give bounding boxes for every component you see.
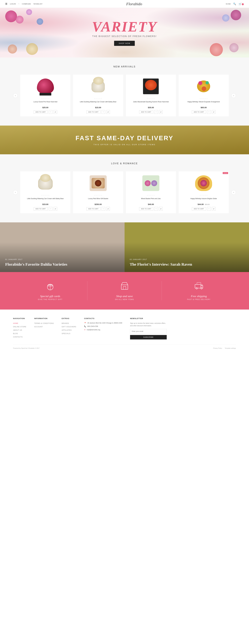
info-link-terms[interactable]: TERMS & CONDITIONS bbox=[34, 322, 54, 324]
footer-newsletter-title: Newsletter bbox=[130, 318, 167, 320]
hamburger-icon[interactable]: ☰ bbox=[5, 2, 7, 5]
wishlist-button[interactable]: ♡ bbox=[102, 207, 105, 210]
wishlist-button[interactable]: ♡ bbox=[154, 207, 158, 210]
newsletter-email-input[interactable] bbox=[130, 329, 167, 334]
extras-link-brands[interactable]: BRANDS bbox=[62, 322, 69, 324]
nav-link-online-store[interactable]: ONLINE STORE bbox=[13, 326, 26, 328]
cart-icon[interactable]: 🛒1 bbox=[239, 2, 244, 5]
product-price: $15.00 bbox=[75, 106, 121, 108]
add-to-cart-button[interactable]: ADD TO CART bbox=[139, 207, 153, 210]
product-name: Happy Birthday Vibrant Exquisite Arrange… bbox=[181, 101, 227, 105]
feature-subtitle: ON ALL NEW ITEMS bbox=[90, 298, 159, 300]
nav-link-contacts[interactable]: CONTACTS bbox=[13, 336, 23, 338]
carousel-next-arrow[interactable]: › bbox=[231, 93, 236, 98]
product-name: Mixed Basket Pink and Lilac bbox=[128, 198, 174, 202]
flower-deco-br1 bbox=[210, 43, 223, 56]
product-card: ☆☆☆☆☆ Luxury Grand Prix Rose Hand tied $… bbox=[20, 74, 70, 116]
blog-date: 02 JANUARY 2017 bbox=[130, 258, 192, 260]
nav-item-about: ABOUT US bbox=[13, 329, 26, 331]
template-settings-link[interactable]: Template settings bbox=[225, 348, 236, 349]
wishlist-button[interactable]: ♡ bbox=[49, 110, 53, 114]
add-to-cart-button[interactable]: ADD TO CART bbox=[86, 110, 101, 114]
compare-button[interactable]: ⇄ bbox=[212, 110, 215, 114]
product-name: Happy Birthday Autumn Brights Globe bbox=[181, 198, 227, 202]
compare-button[interactable]: ⇄ bbox=[54, 110, 57, 114]
compare-button[interactable]: ⇄ bbox=[212, 207, 215, 210]
wishlist-button[interactable]: ♡ bbox=[154, 110, 158, 114]
flower-deco-bl1 bbox=[8, 44, 17, 54]
compare-button[interactable]: ⇄ bbox=[106, 110, 110, 114]
blog-card-left[interactable]: 01 JANUARY 2017 Florabido's Favorite Dah… bbox=[0, 222, 125, 272]
wishlist-button[interactable]: ♡ bbox=[207, 110, 211, 114]
blog-card-right[interactable]: 02 JANUARY 2017 The Florist's Interview:… bbox=[125, 222, 249, 272]
nav-link-blog[interactable]: BLOG bbox=[13, 333, 18, 334]
subscribe-button[interactable]: SUBSCRIBE bbox=[130, 335, 167, 340]
compare-button[interactable]: ⇄ bbox=[159, 110, 163, 114]
product-stars: ☆☆☆☆☆ bbox=[128, 194, 174, 196]
product-stars: ☆☆☆☆☆ bbox=[181, 98, 227, 100]
flower-deco-tl1 bbox=[5, 10, 17, 22]
product-name: Little Duckling Watering Can Cream with … bbox=[75, 101, 121, 105]
nav-link-about[interactable]: ABOUT US bbox=[13, 329, 22, 331]
search-icon[interactable]: 🔍 bbox=[233, 2, 236, 5]
site-logo[interactable]: Florabido bbox=[43, 2, 226, 6]
svg-rect-6 bbox=[195, 284, 201, 288]
feature-subtitle: GIVE THE PERFECT GIFT bbox=[16, 298, 85, 300]
blog-content-left: 01 JANUARY 2017 Florabido's Favorite Dah… bbox=[5, 258, 67, 267]
compare-link[interactable]: COMPARE bbox=[22, 3, 31, 5]
footer-newsletter: Newsletter Sign up to receive the latest… bbox=[130, 318, 167, 340]
feature-gift-cards: Special gift cards GIVE THE PERFECT GIFT bbox=[13, 278, 87, 303]
product-image bbox=[88, 77, 109, 96]
privacy-policy-link[interactable]: Privacy Policy bbox=[213, 348, 222, 349]
flower-deco-br2 bbox=[229, 43, 238, 52]
product-stars: ☆☆☆☆☆ bbox=[181, 194, 227, 196]
add-to-cart-button[interactable]: ADD TO CART bbox=[139, 110, 153, 114]
love-romance-section: LOVE & ROMANCE ‹ ☆☆☆☆☆ Little Duckling W… bbox=[0, 154, 249, 222]
nav-item-blog: BLOG bbox=[13, 332, 26, 334]
blog-section: 01 JANUARY 2017 Florabido's Favorite Dah… bbox=[0, 222, 249, 272]
wishlist-link[interactable]: WISHLIST bbox=[34, 3, 43, 5]
shop-now-button[interactable]: SHOP NOW bbox=[114, 41, 135, 46]
footer-contacts-title: Contacts bbox=[84, 318, 122, 320]
login-link[interactable]: LOGIN bbox=[10, 3, 16, 5]
flower-deco-tl3 bbox=[26, 9, 32, 15]
product-price: $250.00 bbox=[75, 203, 121, 206]
new-arrivals-items: ☆☆☆☆☆ Luxury Grand Prix Rose Hand tied $… bbox=[18, 73, 231, 118]
delivery-title: FAST SAME-DAY DELIVERY bbox=[76, 134, 173, 142]
add-to-cart-button[interactable]: ADD TO CART bbox=[34, 207, 48, 210]
carousel-prev-arrow[interactable]: ‹ bbox=[13, 93, 18, 98]
new-arrivals-carousel: ‹ ☆☆☆☆☆ Luxury Grand Prix Rose Hand tied… bbox=[13, 73, 236, 118]
blog-content-right: 02 JANUARY 2017 The Florist's Interview:… bbox=[130, 258, 192, 267]
carousel-prev-arrow[interactable]: ‹ bbox=[13, 190, 18, 195]
product-stars: ☆☆☆☆☆ bbox=[75, 98, 121, 100]
compare-button[interactable]: ⇄ bbox=[159, 207, 163, 210]
nav-item-contacts: CONTACTS bbox=[13, 336, 26, 338]
add-to-cart-button[interactable]: ADD TO CART bbox=[86, 207, 101, 210]
product-price: $35.00 bbox=[128, 106, 174, 108]
footer-extras-title: Extras bbox=[62, 318, 76, 320]
currency-selector[interactable]: $ USD bbox=[226, 3, 230, 5]
nav-link-home[interactable]: HOME bbox=[13, 322, 18, 324]
product-actions: ADD TO CART ♡ ⇄ bbox=[22, 110, 68, 114]
compare-button[interactable]: ⇄ bbox=[106, 207, 110, 210]
compare-button[interactable]: ⇄ bbox=[54, 207, 57, 210]
carousel-next-arrow[interactable]: › bbox=[231, 190, 236, 195]
info-link-account[interactable]: ACCOUNT bbox=[34, 326, 43, 328]
extras-link-vouchers[interactable]: GIFT VOUCHERS bbox=[62, 326, 76, 328]
wishlist-button[interactable]: ♡ bbox=[102, 110, 105, 114]
add-to-cart-button[interactable]: ADD TO CART bbox=[192, 110, 206, 114]
wishlist-button[interactable]: ♡ bbox=[207, 207, 211, 210]
extras-link-specials[interactable]: SPECIALS bbox=[62, 333, 70, 334]
product-price: $15.00 bbox=[22, 203, 68, 206]
product-card: ☆☆☆☆☆ Luxury Red Wine Gift Basket $250.0… bbox=[73, 172, 123, 213]
add-to-cart-button[interactable]: ADD TO CART bbox=[192, 207, 206, 210]
feature-free-shipping: Free shipping FAST & FREE DELIVERY bbox=[162, 278, 236, 303]
extras-link-affiliates[interactable]: AFFILIATES bbox=[62, 329, 72, 331]
add-to-cart-button[interactable]: ADD TO CART bbox=[34, 110, 48, 114]
contact-phone: 📞 800-2345-6789 bbox=[84, 326, 122, 327]
wishlist-button[interactable]: ♡ bbox=[49, 207, 53, 210]
email-text: mail@demolink.org bbox=[87, 329, 100, 331]
phone-icon: 📞 bbox=[84, 326, 86, 327]
product-price: $44.00 $50.00 bbox=[181, 203, 227, 206]
email-icon: ✉ bbox=[84, 329, 85, 331]
